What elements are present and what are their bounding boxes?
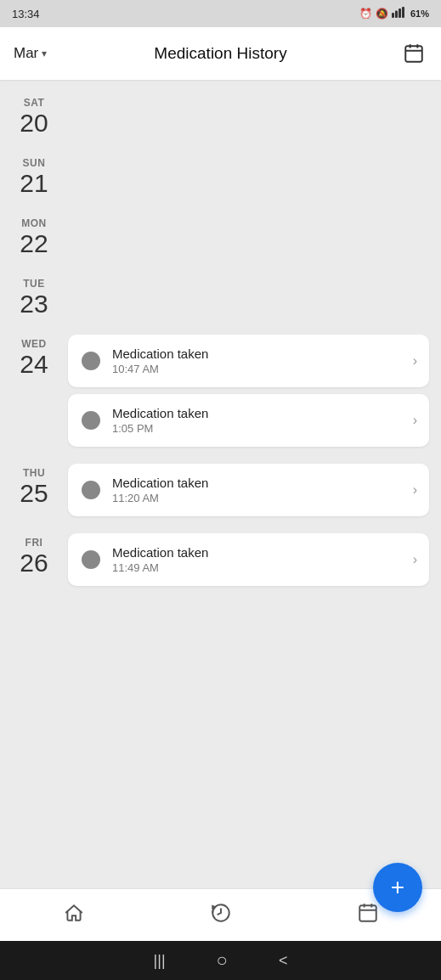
med-time: 1:05 PM [112, 422, 208, 435]
day-number: 23 [20, 290, 48, 318]
page-title: Medication History [154, 44, 286, 63]
med-card-left: Medication taken1:05 PM [82, 406, 208, 435]
svg-rect-9 [359, 905, 376, 921]
day-entries-mon [68, 214, 441, 256]
home-nav-item[interactable] [48, 889, 99, 941]
day-label-fri: FRI26 [0, 533, 68, 577]
day-entries-sun [68, 154, 441, 196]
android-menu-btn[interactable]: ||| [154, 952, 166, 970]
alarm-icon: ⏰ [359, 8, 372, 20]
day-name: SAT [24, 97, 45, 109]
day-number: 24 [20, 350, 48, 378]
day-label-mon: MON22 [0, 214, 68, 257]
history-nav-item[interactable] [195, 889, 246, 941]
med-card-left: Medication taken11:20 AM [82, 476, 208, 504]
day-group-sun: SUN21 [0, 140, 441, 200]
month-chevron-icon: ▾ [42, 48, 47, 59]
med-card-chevron-icon: › [413, 482, 417, 498]
day-name: TUE [23, 278, 45, 290]
svg-rect-4 [405, 46, 422, 61]
med-info: Medication taken10:47 AM [112, 346, 208, 375]
day-entries-thu: Medication taken11:20 AM› [68, 464, 441, 516]
medication-dot [82, 550, 100, 569]
med-card-left: Medication taken11:49 AM [82, 545, 208, 574]
svg-rect-3 [402, 7, 404, 18]
med-title: Medication taken [112, 476, 208, 490]
calendar-nav-icon [357, 902, 379, 929]
day-entries-fri: Medication taken11:49 AM› [68, 533, 441, 586]
med-info: Medication taken11:20 AM [112, 476, 208, 504]
day-number: 26 [20, 549, 48, 577]
svg-rect-1 [395, 11, 398, 19]
day-label-sat: SAT20 [0, 93, 68, 137]
android-navbar: ||| ○ < [0, 941, 441, 980]
scroll-content: SAT20SUN21MON22TUE23WED24Medication take… [0, 80, 441, 888]
day-name: THU [23, 467, 45, 479]
medication-dot [82, 352, 100, 370]
day-number: 25 [20, 479, 48, 507]
medication-card[interactable]: Medication taken1:05 PM› [68, 394, 429, 447]
med-title: Medication taken [112, 346, 208, 361]
med-card-chevron-icon: › [413, 353, 417, 369]
day-group-fri: FRI26Medication taken11:49 AM› [0, 520, 441, 589]
day-number: 20 [20, 109, 48, 137]
battery-icon: 61% [410, 8, 429, 19]
day-group-tue: TUE23 [0, 261, 441, 321]
day-label-wed: WED24 [0, 335, 68, 378]
day-name: FRI [25, 537, 43, 549]
med-card-chevron-icon: › [413, 413, 417, 428]
day-group-thu: THU25Medication taken11:20 AM› [0, 450, 441, 520]
day-name: SUN [23, 157, 46, 169]
status-bar: 13:34 ⏰ 🔕 61% [0, 0, 441, 27]
medication-dot [82, 481, 100, 499]
med-title: Medication taken [112, 545, 208, 560]
med-title: Medication taken [112, 406, 208, 420]
day-name: MON [21, 217, 47, 229]
day-label-tue: TUE23 [0, 274, 68, 318]
day-entries-tue [68, 274, 441, 317]
calendar-button[interactable] [400, 40, 427, 67]
day-group-mon: MON22 [0, 200, 441, 261]
month-label: Mar [14, 45, 38, 62]
day-number: 21 [20, 169, 48, 197]
android-home-btn[interactable]: ○ [217, 949, 228, 972]
med-time: 11:20 AM [112, 492, 208, 504]
med-time: 11:49 AM [112, 561, 208, 574]
day-entries-sat [68, 93, 441, 136]
medication-card[interactable]: Medication taken10:47 AM› [68, 335, 429, 387]
svg-rect-2 [399, 8, 401, 18]
day-group-wed: WED24Medication taken10:47 AM›Medication… [0, 321, 441, 450]
day-entries-wed: Medication taken10:47 AM›Medication take… [68, 335, 441, 447]
day-number: 22 [20, 229, 48, 257]
android-back-btn[interactable]: < [279, 952, 288, 970]
day-name: WED [21, 338, 47, 350]
svg-rect-0 [392, 13, 394, 18]
mute-icon: 🔕 [376, 8, 388, 20]
medication-card[interactable]: Medication taken11:20 AM› [68, 464, 429, 516]
med-time: 10:47 AM [112, 363, 208, 375]
history-icon [210, 902, 232, 929]
med-card-chevron-icon: › [413, 552, 417, 567]
status-time: 13:34 [12, 8, 40, 20]
home-icon [63, 902, 85, 929]
medication-card[interactable]: Medication taken11:49 AM› [68, 533, 429, 586]
plus-icon: + [391, 876, 404, 899]
med-info: Medication taken1:05 PM [112, 406, 208, 435]
day-label-thu: THU25 [0, 464, 68, 507]
app-header: Mar ▾ Medication History [0, 27, 441, 80]
status-icons: ⏰ 🔕 61% [359, 7, 429, 20]
med-card-left: Medication taken10:47 AM [82, 346, 208, 375]
signal-icon [392, 7, 407, 20]
med-info: Medication taken11:49 AM [112, 545, 208, 574]
add-medication-fab[interactable]: + [373, 863, 422, 912]
day-label-sun: SUN21 [0, 154, 68, 197]
day-group-sat: SAT20 [0, 80, 441, 140]
medication-dot [82, 411, 100, 430]
month-selector[interactable]: Mar ▾ [14, 45, 47, 62]
